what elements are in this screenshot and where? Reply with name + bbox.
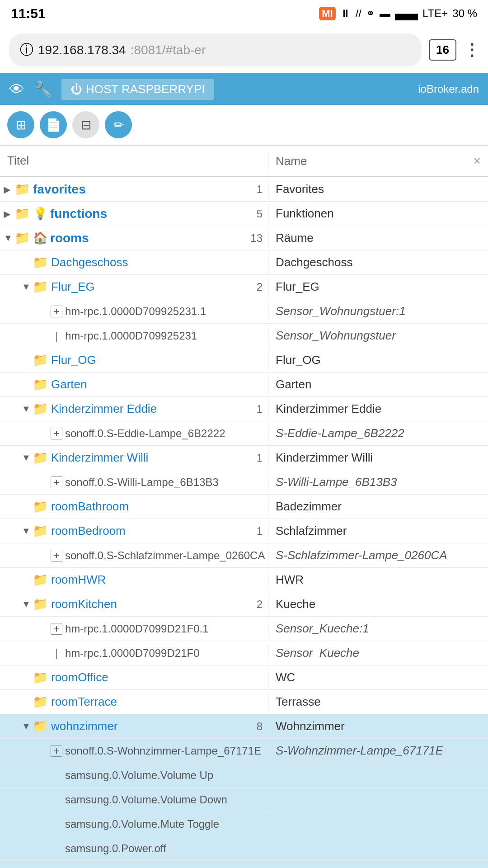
row-right-text: Dachgeschoss [268, 253, 488, 272]
table-row[interactable]: ▼📁Flur_EG2Flur_EG [0, 275, 488, 299]
row-label: Flur_OG [51, 353, 96, 367]
table-row[interactable]: samsung.0.Power.Standby [0, 861, 488, 868]
table-row[interactable]: |hm-rpc.1.0000D7099D21F0Sensor_Kueche [0, 641, 488, 665]
folder-icon: 📁 [33, 597, 48, 612]
table-row[interactable]: ▼📁wohnzimmer8Wohnzimmer [0, 714, 488, 739]
table-row[interactable]: 📁roomBathroomBadezimmer [0, 495, 488, 519]
row-right-text: Flur_OG [268, 350, 488, 370]
expand-arrow[interactable]: ▶ [4, 184, 13, 195]
table-row[interactable]: ▼📁roomKitchen2Kueche [0, 592, 488, 617]
table-row[interactable]: ▼📁Kinderzimmer Eddie1Kinderzimmer Eddie [0, 397, 488, 421]
table-row[interactable]: 📁roomTerraceTerrasse [0, 690, 488, 714]
table-row[interactable]: +sonoff.0.S-Schlafzimmer-Lampe_0260CAS-S… [0, 543, 488, 568]
table-row[interactable]: +sonoff.0.S-Willi-Lampe_6B13B3S-Willi-La… [0, 470, 488, 495]
folder-icon: 📁 [33, 694, 48, 709]
table-row[interactable]: |hm-rpc.1.0000D709925231Sensor_Wohnungst… [0, 324, 488, 348]
row-right-text: Sensor_Wohnungstuer [268, 326, 488, 345]
wrench-icon[interactable]: 🔧 [33, 80, 52, 98]
item-plus-icon: + [51, 745, 62, 757]
expand-arrow[interactable]: ▼ [22, 599, 31, 609]
row-label: samsung.0.Power.Standby [65, 867, 194, 868]
table-row[interactable]: 📁roomOfficeWC [0, 665, 488, 690]
row-right-text: HWR [268, 570, 488, 590]
row-label: samsung.0.Volume.Mute Toggle [65, 818, 219, 830]
expand-arrow[interactable]: ▼ [22, 453, 31, 463]
row-label: Flur_EG [51, 280, 95, 294]
folder-icon: 📁 [33, 670, 48, 685]
folder-icon: 📁 [33, 377, 48, 392]
row-count: 1 [257, 525, 263, 538]
row-right-text: S-Eddie-Lampe_6B2222 [268, 424, 488, 443]
expand-arrow[interactable]: ▶ [4, 208, 13, 219]
row-right-text [268, 821, 488, 827]
row-count: 1 [257, 452, 263, 464]
row-right-text: WC [268, 668, 488, 687]
row-count: 8 [257, 720, 263, 733]
expand-arrow[interactable]: ▼ [22, 526, 31, 536]
col-name-label: Name [276, 154, 307, 168]
table-row[interactable]: samsung.0.Volume.Mute Toggle [0, 812, 488, 836]
row-label: roomTerrace [51, 695, 117, 709]
expand-arrow[interactable]: ▼ [4, 233, 13, 243]
folder-icon: 📁 [33, 719, 48, 734]
row-right-text: Räume [268, 228, 488, 248]
toolbar-btn-3[interactable]: ⊟ [72, 111, 99, 138]
toolbar-btn-1[interactable]: ⊞ [7, 111, 34, 138]
row-label: sonoff.0.S-Willi-Lampe_6B13B3 [65, 476, 219, 489]
table-row[interactable]: +hm-rpc.1.0000D709925231.1Sensor_Wohnung… [0, 299, 488, 324]
row-label: hm-rpc.1.0000D709925231 [65, 330, 197, 342]
menu-dots[interactable]: ⋮ [464, 41, 479, 60]
toolbar-btn-4[interactable]: ✏ [105, 111, 132, 138]
row-right-text: S-Willi-Lampe_6B13B3 [268, 472, 488, 492]
table-row[interactable]: ▼📁🏠rooms13Räume [0, 226, 488, 250]
row-label: samsung.0.Volume.Volume Down [65, 793, 227, 806]
row-right-text: Sensor_Kueche [268, 643, 488, 663]
table-row[interactable]: ▼📁roomBedroom1Schlafzimmer [0, 519, 488, 543]
row-right-text: S-Schlafzimmer-Lampe_0260CA [268, 546, 488, 565]
row-label: Kinderzimmer Willi [51, 451, 148, 465]
table-container: Titel Name × ▶📁favorites1Favorites▶📁💡fun… [0, 145, 488, 868]
status-bar: 11:51 MI ⏸ // ⚭ ▬ ▄▄▄ LTE+ 30 % [0, 0, 488, 27]
row-right-text: Sensor_Kueche:1 [268, 619, 488, 638]
table-row[interactable]: ▼📁Kinderzimmer Willi1Kinderzimmer Willi [0, 446, 488, 470]
row-right-text: Kueche [268, 594, 488, 614]
table-row[interactable]: samsung.0.Volume.Volume Up [0, 763, 488, 788]
battery-icon: ▬ [380, 7, 390, 20]
table-row[interactable]: +sonoff.0.S-Wohnzimmer-Lampe_67171ES-Woh… [0, 739, 488, 763]
tab-count[interactable]: 16 [429, 39, 456, 61]
table-row[interactable]: +hm-rpc.1.0000D7099D21F0.1Sensor_Kueche:… [0, 617, 488, 641]
power-icon: ⏻ [70, 82, 82, 96]
row-label: functions [50, 207, 107, 221]
expand-arrow[interactable]: ▼ [22, 404, 31, 414]
item-plus-icon: + [51, 306, 62, 317]
row-right-text: Garten [268, 375, 488, 394]
toolbar-btn-2[interactable]: 📄 [40, 111, 67, 138]
table-row[interactable]: 📁GartenGarten [0, 373, 488, 397]
row-label: samsung.0.Power.off [65, 842, 166, 855]
table-row[interactable]: 📁roomHWRHWR [0, 568, 488, 592]
bluetooth-icon: ⚭ [366, 7, 375, 20]
eye-icon[interactable]: 👁 [9, 80, 24, 98]
row-label: Dachgeschoss [51, 255, 128, 269]
row-right-text: Wohnzimmer [268, 717, 488, 736]
folder-icon: 📁 [33, 524, 48, 538]
row-count: 13 [250, 232, 263, 245]
expand-arrow[interactable]: ▼ [22, 282, 31, 292]
close-button[interactable]: × [474, 154, 481, 168]
table-row[interactable]: ▶📁favorites1Favorites [0, 177, 488, 202]
table-row[interactable]: samsung.0.Volume.Volume Down [0, 788, 488, 812]
url-input[interactable]: ⓘ 192.168.178.34 :8081/#tab-er [9, 33, 422, 66]
table-row[interactable]: 📁DachgeschossDachgeschoss [0, 250, 488, 275]
table-row[interactable]: samsung.0.Power.off [0, 836, 488, 861]
table-row[interactable]: +sonoff.0.S-Eddie-Lampe_6B2222S-Eddie-La… [0, 421, 488, 446]
expand-arrow[interactable]: ▼ [22, 721, 31, 731]
network-label: LTE+ [422, 7, 448, 20]
host-label: HOST RASPBERRYPI [86, 82, 205, 96]
row-right-text: Terrasse [268, 692, 488, 712]
row-label: Kinderzimmer Eddie [51, 402, 157, 416]
table-header: Titel Name × [0, 146, 488, 177]
host-button[interactable]: ⏻ HOST RASPBERRYPI [61, 79, 214, 100]
folder-icon: 📁 [33, 401, 48, 416]
table-row[interactable]: ▶📁💡functions5Funktionen [0, 202, 488, 226]
table-row[interactable]: 📁Flur_OGFlur_OG [0, 348, 488, 373]
